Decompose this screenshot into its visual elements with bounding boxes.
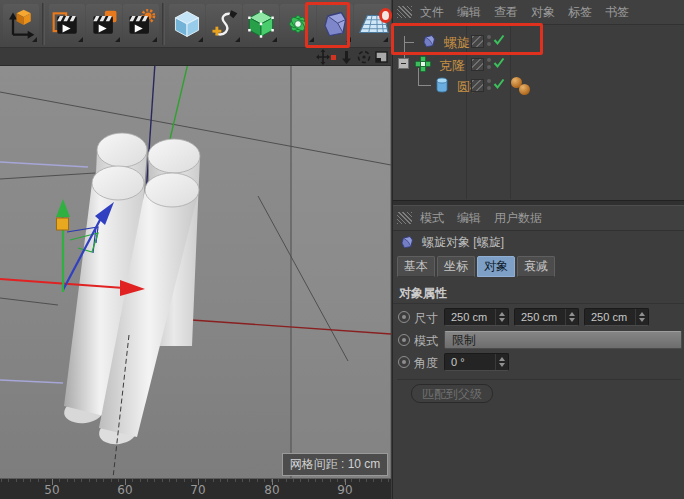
field-stepper[interactable] (635, 309, 648, 325)
material-tag-icon[interactable] (519, 84, 530, 95)
section-divider (393, 303, 684, 304)
right-panel: 文件 编辑 查看 对象 标签 书签 螺旋 (392, 0, 684, 499)
size-y-field[interactable]: 250 cm (514, 308, 579, 326)
size-z-field[interactable]: 250 cm (584, 308, 649, 326)
viewport-nav-icons (316, 49, 388, 65)
om-menu-view[interactable]: 查看 (494, 4, 518, 21)
expand-toggle[interactable] (398, 58, 409, 69)
zoom-icon[interactable] (342, 51, 351, 64)
ruler-label-70: 70 (185, 483, 211, 497)
attribute-manager-menubar: 模式 编辑 用户数据 (393, 206, 684, 231)
property-row-angle: 角度 0 ° (393, 353, 684, 373)
coordinate-system-button[interactable] (3, 4, 39, 44)
property-label: 尺寸 (414, 310, 438, 327)
object-row-cloner[interactable]: 克隆 (393, 55, 684, 76)
attribute-tabs: 基本 坐标 对象 衰减 (397, 256, 557, 277)
object-row-cylinder[interactable]: 圆柱 (393, 76, 684, 97)
cinema4d-window: 网格间距 : 10 cm 50 60 70 80 90 0 F 文件 编辑 查看… (0, 0, 684, 499)
viewport-canvas[interactable] (0, 66, 391, 478)
match-to-parent-button[interactable]: 匹配到父级 (411, 384, 493, 403)
render-settings-button[interactable] (123, 4, 159, 44)
om-menu-edit[interactable]: 编辑 (457, 4, 481, 21)
rotate-icon[interactable] (359, 52, 370, 63)
grid-spacing-label: 网格间距 : 10 cm (282, 453, 388, 476)
om-menu-objects[interactable]: 对象 (531, 4, 555, 21)
field-stepper[interactable] (495, 354, 508, 370)
size-x-field[interactable]: 250 cm (444, 308, 509, 326)
render-view-icon (51, 6, 83, 42)
render-view-button[interactable] (49, 4, 85, 44)
layer-toggle[interactable] (471, 58, 484, 71)
property-label: 角度 (414, 355, 438, 372)
angle-field[interactable]: 0 ° (444, 353, 509, 371)
property-row-mode: 模式 限制 (393, 331, 684, 351)
twist-deformer-icon (399, 234, 415, 250)
maximize-icon[interactable] (376, 52, 387, 62)
drag-handle-icon[interactable] (397, 212, 412, 224)
enabled-check-icon[interactable] (493, 78, 505, 90)
annotation-box-object-row (391, 23, 543, 55)
section-header: 对象属性 (399, 285, 447, 302)
ruler-label-50: 50 (39, 483, 65, 497)
layer-toggle[interactable] (471, 79, 484, 92)
drag-handle-icon[interactable] (397, 6, 412, 18)
tab-coord[interactable]: 坐标 (437, 256, 475, 277)
am-menu-mode[interactable]: 模式 (420, 210, 444, 227)
property-row-size: 尺寸 250 cm 250 cm 250 cm (393, 308, 684, 328)
toolbar-divider (42, 3, 45, 45)
annotation-dot (379, 8, 392, 23)
tab-basic[interactable]: 基本 (397, 256, 435, 277)
keyframe-radio[interactable] (398, 356, 410, 368)
keyframe-radio[interactable] (398, 311, 410, 323)
ruler-minor-ticks (0, 479, 391, 482)
mode-dropdown[interactable]: 限制 (444, 331, 682, 349)
enabled-check-icon[interactable] (493, 57, 505, 69)
annotation-box-toolbar (305, 2, 350, 48)
add-spline-button[interactable] (206, 4, 242, 44)
visibility-dots[interactable] (487, 58, 491, 72)
add-primitive-button[interactable] (169, 4, 205, 44)
axis-plane-handle[interactable] (57, 218, 69, 230)
property-label: 模式 (414, 333, 438, 350)
field-stepper[interactable] (565, 309, 578, 325)
am-menu-userdata[interactable]: 用户数据 (494, 210, 542, 227)
om-menu-bookmarks[interactable]: 书签 (605, 4, 629, 21)
render-picture-viewer-icon (88, 6, 120, 42)
x-axis-handle[interactable] (0, 279, 145, 296)
cylinder-icon (434, 77, 450, 93)
spline-pen-icon (208, 6, 240, 42)
ruler-label-80: 80 (259, 483, 285, 497)
om-menu-tags[interactable]: 标签 (568, 4, 592, 21)
am-menu-edit[interactable]: 编辑 (457, 210, 481, 227)
object-manager-menubar: 文件 编辑 查看 对象 标签 书签 (393, 0, 684, 25)
render-settings-icon (125, 6, 157, 42)
ruler-label-60: 60 (112, 483, 138, 497)
attribute-title-row: 螺旋对象 [螺旋] (393, 230, 684, 254)
property-divider (397, 379, 681, 380)
add-generator-button[interactable] (243, 4, 279, 44)
attribute-title: 螺旋对象 [螺旋] (422, 234, 504, 251)
timeline-ruler[interactable]: 50 60 70 80 90 (0, 478, 391, 499)
keyframe-radio[interactable] (398, 334, 410, 346)
viewport-header (0, 48, 391, 66)
toolbar-divider (162, 3, 165, 45)
pan-active-marker (331, 55, 336, 60)
field-stepper[interactable] (495, 309, 508, 325)
cube-primitive-icon (171, 6, 203, 42)
grid-shade-band (291, 66, 391, 478)
subdivision-cube-icon (245, 6, 277, 42)
tab-falloff[interactable]: 衰减 (517, 256, 555, 277)
object-label[interactable]: 克隆 (439, 57, 465, 75)
pan-icon[interactable] (316, 49, 330, 65)
ruler-label-90: 90 (332, 483, 358, 497)
om-menu-file[interactable]: 文件 (420, 4, 444, 21)
visibility-dots[interactable] (487, 79, 491, 93)
axis-cube-icon (5, 6, 37, 42)
y-axis-handle[interactable] (56, 199, 70, 292)
render-picture-viewer-button[interactable] (86, 4, 122, 44)
cloner-icon (415, 56, 431, 72)
tab-object[interactable]: 对象 (477, 256, 515, 277)
viewport-3d[interactable]: 网格间距 : 10 cm (0, 66, 391, 478)
